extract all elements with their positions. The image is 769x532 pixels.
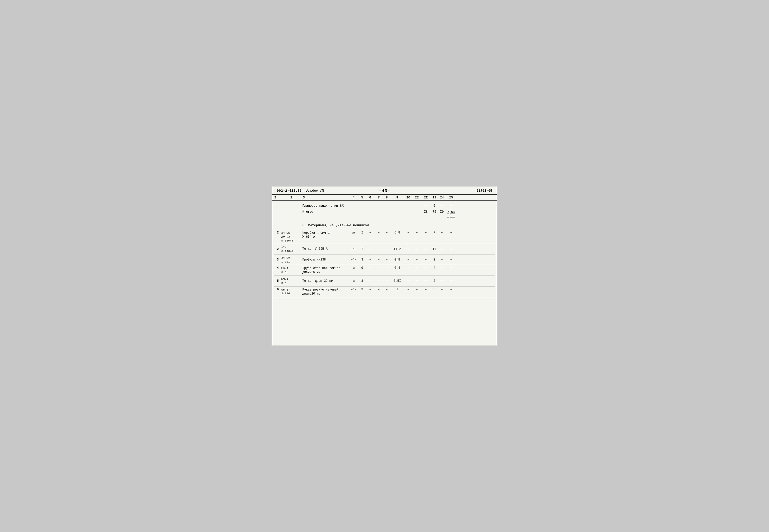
- row-col5: 3: [358, 288, 366, 291]
- col-header-3: 3: [301, 196, 349, 199]
- row-col8: –: [383, 231, 391, 234]
- row-col9: 6,8: [391, 231, 404, 234]
- row-num: 5: [274, 279, 281, 283]
- row-col7: –: [374, 266, 383, 270]
- col-header-9: 9: [391, 196, 404, 199]
- row-col14: –: [438, 247, 446, 251]
- row-col4: –"–: [349, 258, 358, 261]
- planovye-row: Плановые накопления 8% – 6 – –: [274, 203, 495, 209]
- album-label: Альбом УП: [306, 189, 324, 193]
- row-col4: м: [349, 279, 358, 283]
- row-col9: 0,8: [391, 258, 404, 261]
- row-col14: –: [438, 266, 446, 270]
- row-col11: –: [413, 247, 421, 251]
- col-header-1: I: [274, 196, 281, 199]
- row-desc: Профиль К-238: [301, 258, 349, 262]
- table-row: 6 05-I72-086 Рукав резинотканевыйдиам.20…: [274, 287, 495, 297]
- row-col11: –: [413, 288, 421, 291]
- row-num: 6: [274, 288, 281, 291]
- itogo-row: Итого: I8 75 I9 6,64 2,II: [274, 209, 495, 219]
- row-col8: –: [383, 266, 391, 270]
- row-desc: То же, У 6I5-А: [301, 247, 349, 251]
- planovye-col2: [281, 204, 301, 204]
- row-col9: 0,4: [391, 266, 404, 270]
- table-row: I 24-С5доп.2п.II043 Коробка клеммнаяУ 6I…: [274, 230, 495, 244]
- col-header-11: II: [413, 196, 421, 199]
- col-header-15: I5: [446, 196, 457, 199]
- row-col14: –: [438, 288, 446, 291]
- row-col13: 7: [431, 231, 438, 234]
- row-col8: –: [383, 288, 391, 291]
- row-col7: –: [374, 288, 383, 291]
- page: 902-2-422.86 Альбом УП -43- 21701-05 I 2…: [272, 186, 497, 346]
- planovye-col1: [274, 204, 281, 204]
- row-col11: –: [413, 266, 421, 270]
- col-header-10: IO: [404, 196, 413, 199]
- table-row: 3 24-С5I-72I Профиль К-238 –"– 3 – – – 0…: [274, 254, 495, 265]
- col-header-6: 6: [366, 196, 374, 199]
- itogo-col15-line2: 2,II: [447, 214, 455, 218]
- row-col5: 3: [358, 279, 366, 283]
- row-col6: –: [366, 266, 374, 270]
- row-col13: 2: [431, 279, 438, 283]
- row-col8: –: [383, 258, 391, 261]
- col-header-12: I2: [421, 196, 431, 199]
- row-col12: –: [421, 231, 431, 234]
- row-col9: I: [391, 288, 404, 291]
- doc-code: 902-2-422.86: [277, 189, 302, 193]
- table-row: 4 Шч.Iп.3 Труба стальная легкаядиам.25 м…: [274, 265, 495, 276]
- col-header-5: 5: [358, 196, 366, 199]
- page-number: -43-: [378, 188, 390, 193]
- row-col7: –: [374, 279, 383, 283]
- row-col7: –: [374, 258, 383, 261]
- row-col14: –: [438, 231, 446, 234]
- row-col12: –: [421, 266, 431, 270]
- row-col12: –: [421, 258, 431, 261]
- row-desc: Труба стальная легкаядиам.25 мм: [301, 266, 349, 274]
- table-row: 5 Шч.Iп.4 То же, диам.32 мм м 3 – – – 0,…: [274, 276, 495, 286]
- row-col4: –"–: [349, 247, 358, 251]
- row-col15: –: [446, 231, 457, 234]
- planovye-desc: Плановые накопления 8%: [301, 204, 349, 208]
- row-ref: 05-I72-086: [281, 288, 301, 296]
- row-col12: –: [421, 288, 431, 291]
- row-col4: м: [349, 266, 358, 270]
- row-col10: –: [404, 279, 413, 283]
- row-num: 2: [274, 247, 281, 251]
- row-col8: –: [383, 279, 391, 283]
- row-col6: –: [366, 258, 374, 261]
- row-col9: II,2: [391, 247, 404, 251]
- row-col8: –: [383, 247, 391, 251]
- table-body: Плановые накопления 8% – 6 – – Итого:: [272, 201, 497, 297]
- col-header-4: 4: [349, 196, 358, 199]
- row-col10: –: [404, 247, 413, 251]
- col-header-2: 2: [281, 196, 301, 199]
- row-desc: Рукав резинотканевыйдиам.20 мм: [301, 288, 349, 296]
- row-col5: 9: [358, 266, 366, 270]
- row-ref: –"–п.II044: [281, 245, 301, 253]
- row-num: 3: [274, 258, 281, 261]
- row-col5: I: [358, 247, 366, 251]
- row-col14: –: [438, 258, 446, 261]
- row-desc: Коробка клеммнаяУ 6I4-А: [301, 231, 349, 239]
- col-header-13: I3: [431, 196, 438, 199]
- row-ref: Шч.Iп.4: [281, 277, 301, 285]
- row-col15: –: [446, 258, 457, 261]
- row-col5: 3: [358, 258, 366, 261]
- row-col6: –: [366, 288, 374, 291]
- row-col15: –: [446, 247, 457, 251]
- row-col6: –: [366, 247, 374, 251]
- data-rows-container: I 24-С5доп.2п.II043 Коробка клеммнаяУ 6I…: [274, 230, 495, 297]
- row-num: I: [274, 231, 281, 234]
- column-headers: I 2 3 4 5 6 7 8 9 IO II I2 I3 I4 I5: [272, 195, 497, 201]
- row-col10: –: [404, 258, 413, 261]
- row-col11: –: [413, 279, 421, 283]
- row-col5: I: [358, 231, 366, 234]
- row-col13: 2: [431, 258, 438, 261]
- row-col15: –: [446, 279, 457, 283]
- row-ref: 24-С5I-72I: [281, 256, 301, 263]
- table-row: 2 –"–п.II044 То же, У 6I5-А –"– I – – – …: [274, 244, 495, 254]
- row-col6: –: [366, 279, 374, 283]
- row-col11: –: [413, 231, 421, 234]
- page-header: 902-2-422.86 Альбом УП -43- 21701-05: [272, 186, 497, 195]
